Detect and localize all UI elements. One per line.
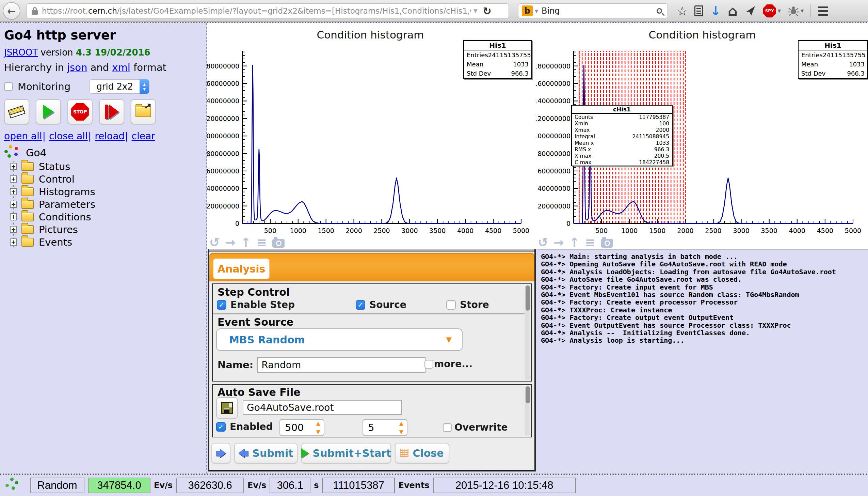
sidebar-link[interactable]: open all bbox=[4, 130, 42, 142]
stats-box-chis1[interactable]: cHis1 Counts117795387Xmin100Xmax2000Inte… bbox=[571, 105, 673, 166]
open-file-button[interactable]: → bbox=[131, 99, 156, 124]
layout-select[interactable]: grid 2x2 ▲▼ bbox=[90, 79, 149, 94]
stats-box-his1[interactable]: His1 Entries24115135755Mean1033Std Dev96… bbox=[463, 40, 532, 79]
menu-lines-icon[interactable]: ≡ bbox=[585, 235, 595, 249]
tree-item-parameters[interactable]: + Parameters bbox=[4, 198, 206, 211]
show-next-button[interactable] bbox=[211, 443, 230, 463]
scrollbar[interactable] bbox=[525, 386, 530, 436]
redo-icon[interactable]: → bbox=[553, 235, 564, 249]
menu-lines-icon[interactable]: ≡ bbox=[257, 235, 267, 249]
spin-down-icon[interactable]: ▼ bbox=[316, 429, 320, 435]
downloads-icon[interactable]: ↓ bbox=[710, 3, 721, 18]
tab-analysis[interactable]: Analysis bbox=[213, 258, 270, 279]
source-checkbox[interactable]: ✓ bbox=[356, 300, 365, 310]
search-engine-dropdown-icon[interactable]: ▼ bbox=[535, 9, 538, 14]
log-line: GO4-*> Analysis loop is starting... bbox=[541, 337, 868, 344]
clear-histograms-button[interactable] bbox=[4, 99, 29, 124]
search-box[interactable]: b ▼ Bing bbox=[518, 3, 668, 18]
analysis-buttons: Submit Submit+Start Close bbox=[211, 443, 534, 463]
expand-plus-icon[interactable]: + bbox=[10, 201, 17, 208]
spin-up-icon[interactable]: ▲ bbox=[399, 420, 403, 427]
submit-start-button[interactable]: Submit+Start bbox=[301, 443, 391, 463]
json-link[interactable]: json bbox=[67, 62, 87, 73]
submit-button[interactable]: Submit bbox=[234, 443, 298, 463]
expand-plus-icon[interactable]: + bbox=[10, 226, 17, 233]
status-datetime: 2015-12-16 10:15:48 bbox=[433, 478, 576, 493]
tree-item-events[interactable]: + Events bbox=[4, 236, 206, 248]
back-button[interactable]: ← bbox=[3, 2, 20, 20]
undo-icon[interactable]: ↺ bbox=[209, 235, 220, 249]
sidebar-link[interactable]: clear bbox=[132, 130, 155, 142]
log-line: GO4-*> Analysis LoadObjects: Loading fro… bbox=[541, 268, 868, 276]
event-source-select[interactable]: MBS Random ▼ bbox=[216, 328, 463, 351]
tree-root[interactable]: Go4 bbox=[4, 145, 206, 160]
xml-link[interactable]: xml bbox=[112, 62, 130, 73]
sidebar-link[interactable]: close all bbox=[49, 130, 88, 142]
autosave-compression-spinner[interactable]: ▲▼ bbox=[363, 419, 407, 436]
undo-icon[interactable]: ↺ bbox=[538, 235, 548, 249]
autosave-file-input[interactable] bbox=[243, 400, 402, 415]
svg-text:180000000: 180000000 bbox=[536, 62, 570, 70]
close-button[interactable]: Close bbox=[395, 443, 449, 463]
home-icon[interactable]: ⌂ bbox=[728, 3, 738, 19]
stop-analysis-button[interactable]: STOP bbox=[67, 99, 93, 124]
jsroot-link[interactable]: JSROOT bbox=[4, 47, 38, 58]
save-file-button[interactable] bbox=[216, 397, 238, 419]
autosave-compression-input[interactable] bbox=[363, 422, 399, 433]
bug-blocker-icon[interactable]: ▼ bbox=[788, 5, 804, 17]
expand-plus-icon[interactable]: + bbox=[10, 188, 17, 195]
store-checkbox[interactable] bbox=[446, 300, 456, 310]
snapshot-camera-icon[interactable] bbox=[601, 239, 613, 248]
expand-icon[interactable]: ↑ bbox=[241, 235, 251, 249]
more-checkbox[interactable] bbox=[424, 360, 433, 369]
svg-text:120000000: 120000000 bbox=[536, 115, 570, 122]
svg-text:5000: 5000 bbox=[513, 227, 529, 234]
back-icon: ← bbox=[7, 5, 16, 17]
overwrite-checkbox[interactable] bbox=[443, 423, 452, 432]
tree-item-pictures[interactable]: + Pictures bbox=[4, 223, 206, 236]
enable-step-checkbox[interactable]: ✓ bbox=[217, 300, 226, 310]
scrollbar[interactable] bbox=[525, 285, 530, 380]
menu-icon[interactable] bbox=[818, 6, 828, 16]
link-separator: | bbox=[125, 130, 128, 142]
restart-analysis-button[interactable] bbox=[99, 99, 124, 124]
spy-blocker-icon[interactable]: SPY▼ bbox=[763, 4, 781, 18]
redo-icon[interactable]: → bbox=[225, 235, 235, 249]
tree-item-histograms[interactable]: + Histograms bbox=[4, 185, 206, 198]
hierarchy-line: Hierarchy in json and xml format bbox=[4, 62, 206, 73]
tree-item-conditions[interactable]: + Conditions bbox=[4, 211, 206, 223]
bookmark-star-icon[interactable]: ☆ bbox=[677, 4, 688, 18]
autosave-interval-input[interactable] bbox=[280, 422, 316, 433]
expand-plus-icon[interactable]: + bbox=[10, 213, 17, 220]
expand-plus-icon[interactable]: + bbox=[10, 238, 17, 246]
url-bar[interactable]: https://root.cern.ch/js/latest/Go4Exampl… bbox=[27, 3, 509, 18]
expand-plus-icon[interactable]: + bbox=[10, 163, 17, 170]
send-page-icon[interactable] bbox=[744, 5, 756, 17]
statbox-row: Std Dev966.3 bbox=[464, 69, 531, 78]
monitoring-checkbox[interactable] bbox=[4, 82, 13, 91]
start-analysis-button[interactable] bbox=[36, 99, 61, 124]
select-stepper-icon[interactable]: ▲▼ bbox=[140, 79, 149, 94]
spin-up-icon[interactable]: ▲ bbox=[316, 420, 320, 427]
svg-text:60000000: 60000000 bbox=[207, 167, 239, 175]
statbox-row: RMS x966.3 bbox=[572, 146, 672, 153]
svg-text:4500: 4500 bbox=[817, 227, 833, 234]
stats-box-his1[interactable]: His1 Entries24115135755Mean1033Std Dev96… bbox=[798, 40, 868, 79]
autosave-enabled-checkbox[interactable]: ✓ bbox=[216, 422, 226, 432]
spin-down-icon[interactable]: ▼ bbox=[399, 429, 403, 435]
reading-list-icon[interactable] bbox=[694, 5, 703, 16]
expand-plus-icon[interactable]: + bbox=[10, 175, 17, 183]
statbox-row: Mean1033 bbox=[799, 60, 867, 69]
snapshot-camera-icon[interactable] bbox=[272, 239, 285, 248]
reload-icon[interactable]: ↻ bbox=[483, 5, 492, 17]
name-input[interactable] bbox=[257, 357, 425, 373]
pane-separator[interactable] bbox=[209, 249, 534, 252]
url-dropdown-icon[interactable]: ▼ bbox=[473, 8, 478, 14]
autosave-interval-spinner[interactable]: ▲▼ bbox=[279, 419, 324, 436]
expand-icon[interactable]: ↑ bbox=[569, 235, 579, 249]
sidebar-link[interactable]: reload bbox=[95, 130, 125, 142]
search-icon[interactable] bbox=[657, 8, 662, 14]
tree-item-status[interactable]: + Status bbox=[4, 160, 206, 173]
tree-item-control[interactable]: + Control bbox=[4, 173, 206, 185]
step-control-group: Step Control ✓ Enable Step ✓ Source Stor… bbox=[212, 283, 532, 382]
